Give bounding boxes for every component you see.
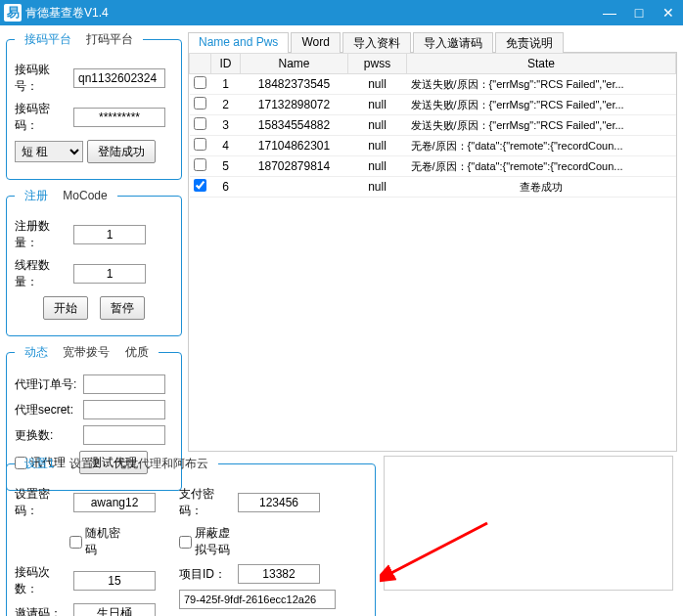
cell-state: 无卷/原因：{"data":{"remote":{"recordCoun... <box>407 156 676 177</box>
table-row[interactable]: 217132898072null发送失败/原因：{"errMsg":"RCS F… <box>190 95 676 115</box>
tab-dial[interactable]: 宽带拨号 <box>57 345 115 359</box>
proxy-order-input[interactable] <box>83 374 165 394</box>
maximize-button[interactable]: □ <box>624 0 654 25</box>
proxy-secret-label: 代理secret: <box>15 402 79 418</box>
tab-word[interactable]: Word <box>291 32 340 53</box>
cell-pwss: null <box>348 156 407 177</box>
cell-pwss: null <box>348 115 407 136</box>
tab-register[interactable]: 注册 <box>19 189 54 202</box>
cell-state: 无卷/原因：{"data":{"remote":{"recordCoun... <box>407 136 676 156</box>
th-check <box>190 54 211 74</box>
row-checkbox[interactable] <box>194 179 206 192</box>
recv-count-label: 接码次数： <box>15 564 69 597</box>
cell-name: 17104862301 <box>241 136 348 156</box>
pid-input[interactable] <box>238 564 320 584</box>
tab-quality[interactable]: 优质 <box>119 345 155 359</box>
account-label: 接码账号： <box>15 62 69 95</box>
random-pwd-checkbox[interactable]: 随机密码 <box>69 525 124 558</box>
th-name: Name <box>241 54 348 74</box>
tab-dynamic[interactable]: 动态 <box>19 345 54 359</box>
account-input[interactable] <box>73 68 165 88</box>
start-button[interactable]: 开始 <box>43 296 88 320</box>
paypwd-label: 支付密码： <box>179 486 234 519</box>
app-icon: 易 <box>4 4 22 22</box>
login-button[interactable]: 登陆成功 <box>87 140 156 163</box>
tab-import-data[interactable]: 导入资料 <box>342 32 411 53</box>
table-row[interactable]: 518702879814null无卷/原因：{"data":{"remote":… <box>190 156 676 177</box>
table-row[interactable]: 6null查卷成功 <box>190 177 676 198</box>
table-row[interactable]: 118482373545null发送失败/原因：{"errMsg":"RCS F… <box>190 74 676 95</box>
cell-pwss: null <box>348 74 407 95</box>
row-checkbox[interactable] <box>194 97 206 110</box>
minimize-button[interactable]: — <box>595 0 624 25</box>
row-checkbox[interactable] <box>194 76 206 89</box>
setpwd-input[interactable] <box>73 493 156 512</box>
main-tabstrip: Name and Pws Word 导入资料 导入邀请码 免责说明 <box>188 31 677 53</box>
cell-name: 18482373545 <box>241 74 348 95</box>
cell-state: 发送失败/原因：{"errMsg":"RCS Failed","er... <box>407 115 676 136</box>
table-row[interactable]: 315834554882null发送失败/原因：{"errMsg":"RCS F… <box>190 115 676 136</box>
cell-id: 2 <box>211 95 241 115</box>
invite-input[interactable] <box>73 603 156 616</box>
short-rent-select[interactable]: 短 租 <box>15 141 83 162</box>
thread-count-label: 线程数量： <box>15 257 69 290</box>
preview-pane <box>384 456 673 591</box>
tab-name-pws[interactable]: Name and Pws <box>188 32 289 53</box>
cell-name: 17132898072 <box>241 95 348 115</box>
mask-virtual-checkbox[interactable]: 屏蔽虚拟号码 <box>179 525 234 558</box>
invite-label: 邀请码： <box>15 605 69 617</box>
thread-count-input[interactable] <box>73 264 146 284</box>
tab-mocode[interactable]: MoCode <box>57 189 113 202</box>
proxy-order-label: 代理订单号: <box>15 376 79 393</box>
row-checkbox[interactable] <box>194 117 206 130</box>
setpwd-label: 设置密码： <box>15 486 69 519</box>
tab-import-invite[interactable]: 导入邀请码 <box>413 32 493 53</box>
th-pwss: pwss <box>348 54 407 74</box>
close-button[interactable]: ✕ <box>654 0 683 25</box>
cell-name: 18702879814 <box>241 156 348 177</box>
window-buttons: — □ ✕ <box>595 0 683 25</box>
cell-state: 查卷成功 <box>407 177 676 198</box>
row-checkbox[interactable] <box>194 138 206 151</box>
code-input[interactable] <box>179 590 336 609</box>
password-label: 接码密码： <box>15 101 69 134</box>
tab-settings2[interactable]: 设置2 <box>64 457 106 470</box>
tab-platform[interactable]: 接码平台 <box>19 32 77 46</box>
recv-count-input[interactable] <box>73 571 156 591</box>
cell-name <box>241 177 348 198</box>
title-bar: 易 肯德基查卷V1.4 — □ ✕ <box>0 0 683 25</box>
settings-group: 设置1 设置2 无忧代理和阿布云 设置密码： 随机密码 接码次数： 邀请码： <box>6 456 376 616</box>
cell-id: 3 <box>211 115 241 136</box>
reg-count-input[interactable] <box>73 225 146 244</box>
app-title: 肯德基查卷V1.4 <box>25 5 109 22</box>
cell-pwss: null <box>348 95 407 115</box>
paypwd-input[interactable] <box>238 493 320 512</box>
change-count-label: 更换数: <box>15 427 79 444</box>
cell-id: 4 <box>211 136 241 156</box>
reg-count-label: 注册数量： <box>15 218 69 251</box>
cell-id: 1 <box>211 74 241 95</box>
data-table: ID Name pwss State 118482373545null发送失败/… <box>189 53 676 198</box>
cell-state: 发送失败/原因：{"errMsg":"RCS Failed","er... <box>407 95 676 115</box>
stop-button[interactable]: 暂停 <box>100 296 145 320</box>
tab-settings1[interactable]: 设置1 <box>19 457 61 470</box>
change-count-input[interactable] <box>83 425 165 445</box>
th-id: ID <box>211 54 241 74</box>
row-checkbox[interactable] <box>194 158 206 171</box>
cell-id: 6 <box>211 177 241 198</box>
tab-disclaimer[interactable]: 免责说明 <box>495 32 564 53</box>
password-input[interactable] <box>73 108 165 127</box>
table-row[interactable]: 417104862301null无卷/原因：{"data":{"remote":… <box>190 136 676 156</box>
register-group: 注册 MoCode 注册数量： 线程数量： 开始 暂停 <box>6 188 182 336</box>
cell-id: 5 <box>211 156 241 177</box>
proxy-secret-input[interactable] <box>83 400 165 419</box>
th-state: State <box>407 54 676 74</box>
tab-wuyou[interactable]: 无忧代理和阿布云 <box>109 457 214 470</box>
cell-state: 发送失败/原因：{"errMsg":"RCS Failed","er... <box>407 74 676 95</box>
platform-group: 接码平台 打码平台 接码账号： 接码密码： 短 租 登陆成功 <box>6 31 182 180</box>
cell-name: 15834554882 <box>241 115 348 136</box>
pid-label: 项目ID： <box>179 566 234 583</box>
cell-pwss: null <box>348 177 407 198</box>
cell-pwss: null <box>348 136 407 156</box>
tab-dama[interactable]: 打码平台 <box>80 32 139 46</box>
